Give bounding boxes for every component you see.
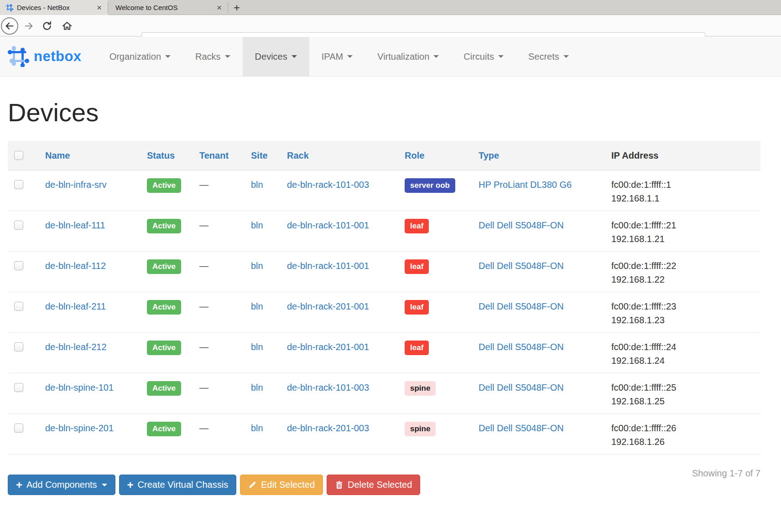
column-header-status[interactable]: Status bbox=[139, 141, 192, 170]
table-row: de-bln-leaf-111 Active — bln de-bln-rack… bbox=[8, 211, 760, 252]
device-name-link[interactable]: de-bln-leaf-112 bbox=[45, 261, 106, 271]
tenant-value: — bbox=[199, 423, 208, 433]
device-name-link[interactable]: de-bln-spine-101 bbox=[45, 382, 114, 393]
column-header-type[interactable]: Type bbox=[471, 141, 604, 170]
column-header-name[interactable]: Name bbox=[37, 141, 139, 170]
ip-v4: 192.168.1.22 bbox=[611, 273, 758, 286]
chevron-down-icon bbox=[165, 55, 171, 58]
tab-welcome-centos[interactable]: Welcome to CentOS × bbox=[108, 0, 228, 15]
column-header-role[interactable]: Role bbox=[397, 141, 471, 170]
reload-button[interactable] bbox=[40, 19, 54, 33]
rack-link[interactable]: de-bln-rack-101-001 bbox=[287, 220, 369, 230]
new-tab-button[interactable]: + bbox=[228, 0, 245, 15]
tenant-value: — bbox=[199, 261, 208, 271]
table-row: de-bln-leaf-211 Active — bln de-bln-rack… bbox=[8, 292, 760, 333]
tenant-value: — bbox=[199, 180, 208, 190]
role-badge: server oob bbox=[405, 178, 455, 193]
add-components-button[interactable]: + Add Components bbox=[8, 475, 115, 495]
netbox-navbar: netbox Organization Racks Devices IPAM V… bbox=[0, 37, 781, 77]
home-icon bbox=[62, 21, 73, 31]
row-checkbox[interactable] bbox=[14, 342, 23, 351]
site-link[interactable]: bln bbox=[251, 220, 263, 230]
rack-link[interactable]: de-bln-rack-101-003 bbox=[287, 180, 369, 190]
site-link[interactable]: bln bbox=[251, 382, 263, 393]
tab-close-icon[interactable]: × bbox=[215, 3, 224, 12]
rack-link[interactable]: de-bln-rack-101-003 bbox=[287, 382, 369, 393]
device-name-link[interactable]: de-bln-leaf-111 bbox=[45, 220, 105, 230]
site-link[interactable]: bln bbox=[251, 261, 263, 271]
row-checkbox[interactable] bbox=[14, 383, 23, 392]
device-name-link[interactable]: de-bln-leaf-211 bbox=[45, 301, 106, 311]
rack-link[interactable]: de-bln-rack-201-001 bbox=[287, 342, 369, 352]
type-link[interactable]: Dell Dell S5048F-ON bbox=[479, 342, 564, 352]
role-badge: leaf bbox=[405, 219, 429, 233]
select-all-checkbox[interactable] bbox=[14, 151, 23, 160]
ip-v4: 192.168.1.1 bbox=[611, 191, 758, 205]
row-checkbox[interactable] bbox=[14, 180, 23, 189]
nav-menu: Organization Racks Devices IPAM Virtuali… bbox=[97, 37, 581, 77]
row-checkbox[interactable] bbox=[14, 302, 23, 311]
type-link[interactable]: Dell Dell S5048F-ON bbox=[479, 220, 564, 230]
role-badge: leaf bbox=[405, 259, 429, 274]
nav-item-ipam[interactable]: IPAM bbox=[309, 37, 365, 77]
nav-item-secrets[interactable]: Secrets bbox=[516, 37, 581, 77]
type-link[interactable]: HP ProLiant DL380 G6 bbox=[479, 180, 572, 190]
site-link[interactable]: bln bbox=[251, 342, 263, 352]
forward-button[interactable] bbox=[22, 19, 36, 33]
netbox-logo-icon bbox=[6, 46, 30, 67]
column-header-tenant[interactable]: Tenant bbox=[192, 141, 243, 170]
page-title: Devices bbox=[8, 98, 781, 127]
chevron-down-icon bbox=[225, 55, 230, 58]
chevron-down-icon bbox=[563, 55, 569, 58]
role-badge: spine bbox=[405, 422, 436, 436]
table-row: de-bln-spine-201 Active — bln de-bln-rac… bbox=[8, 414, 760, 455]
page-content: Devices Name Status Tenant Site Rack Rol… bbox=[0, 77, 781, 532]
netbox-brand[interactable]: netbox bbox=[6, 46, 82, 67]
device-name-link[interactable]: de-bln-infra-srv bbox=[45, 180, 106, 190]
ip-v4: 192.168.1.26 bbox=[611, 435, 758, 449]
chevron-down-icon bbox=[433, 55, 439, 58]
type-link[interactable]: Dell Dell S5048F-ON bbox=[479, 301, 564, 311]
nav-item-virtualization[interactable]: Virtualization bbox=[365, 37, 451, 77]
device-table-body: de-bln-infra-srv Active — bln de-bln-rac… bbox=[8, 170, 760, 455]
status-badge: Active bbox=[147, 178, 181, 193]
site-link[interactable]: bln bbox=[251, 423, 263, 433]
nav-item-circuits[interactable]: Circuits bbox=[451, 37, 516, 77]
column-header-rack[interactable]: Rack bbox=[279, 141, 397, 170]
edit-selected-button[interactable]: Edit Selected bbox=[240, 475, 323, 495]
type-link[interactable]: Dell Dell S5048F-ON bbox=[479, 423, 564, 433]
delete-selected-button[interactable]: Delete Selected bbox=[327, 475, 420, 495]
nav-item-racks[interactable]: Racks bbox=[183, 37, 243, 77]
plus-icon: + bbox=[16, 480, 22, 490]
rack-link[interactable]: de-bln-rack-201-003 bbox=[287, 423, 369, 433]
type-link[interactable]: Dell Dell S5048F-ON bbox=[479, 382, 564, 393]
browser-tab-bar: Devices - NetBox × Welcome to CentOS × + bbox=[0, 0, 781, 15]
table-row: de-bln-infra-srv Active — bln de-bln-rac… bbox=[8, 170, 760, 211]
row-checkbox[interactable] bbox=[14, 424, 23, 433]
column-header-ip: IP Address bbox=[604, 141, 760, 170]
device-name-link[interactable]: de-bln-spine-201 bbox=[45, 423, 114, 433]
tenant-value: — bbox=[199, 342, 208, 352]
trash-icon bbox=[335, 480, 344, 490]
tab-devices-netbox[interactable]: Devices - NetBox × bbox=[0, 0, 108, 15]
rack-link[interactable]: de-bln-rack-101-001 bbox=[287, 261, 369, 271]
device-name-link[interactable]: de-bln-leaf-212 bbox=[45, 342, 107, 352]
ip-v6: fc00:de:1:ffff::24 bbox=[611, 340, 758, 354]
row-checkbox[interactable] bbox=[14, 261, 23, 270]
home-button[interactable] bbox=[60, 19, 74, 33]
create-virtual-chassis-button[interactable]: + Create Virtual Chassis bbox=[119, 475, 237, 495]
site-link[interactable]: bln bbox=[251, 301, 263, 311]
rack-link[interactable]: de-bln-rack-201-001 bbox=[287, 301, 369, 311]
nav-item-devices[interactable]: Devices bbox=[243, 37, 309, 77]
type-link[interactable]: Dell Dell S5048F-ON bbox=[479, 261, 564, 271]
back-button[interactable] bbox=[1, 17, 18, 35]
netbox-favicon-icon bbox=[5, 4, 13, 11]
chevron-down-icon bbox=[102, 484, 107, 486]
tab-close-icon[interactable]: × bbox=[95, 3, 104, 12]
nav-item-organization[interactable]: Organization bbox=[97, 37, 183, 77]
site-link[interactable]: bln bbox=[251, 180, 263, 190]
row-checkbox[interactable] bbox=[14, 221, 23, 230]
chevron-down-icon bbox=[292, 55, 297, 58]
column-header-site[interactable]: Site bbox=[243, 141, 279, 170]
ip-v4: 192.168.1.24 bbox=[611, 354, 758, 367]
